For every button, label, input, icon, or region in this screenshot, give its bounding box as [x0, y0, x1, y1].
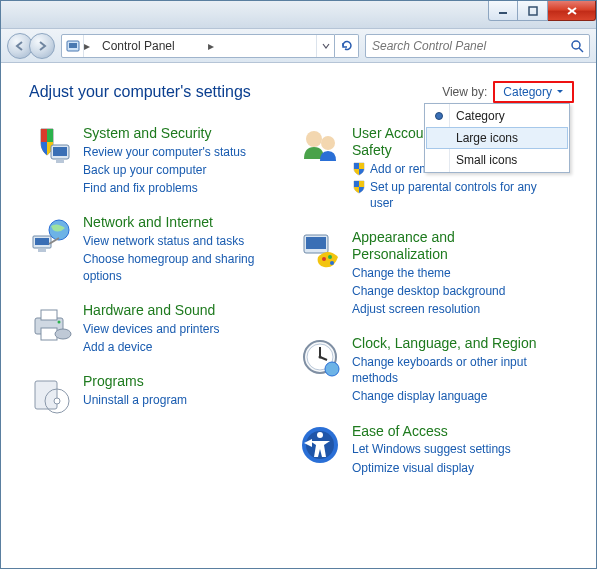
- category-item: Ease of AccessLet Windows suggest settin…: [298, 423, 543, 476]
- category-item: ProgramsUninstall a program: [29, 373, 274, 417]
- category-link-row: Find and fix problems: [83, 180, 246, 196]
- refresh-icon: [340, 39, 354, 53]
- category-link[interactable]: Adjust screen resolution: [352, 301, 480, 317]
- category-link-row: Back up your computer: [83, 162, 246, 178]
- category-link[interactable]: Set up parental controls for any user: [370, 179, 543, 211]
- category-link-row: View devices and printers: [83, 321, 220, 337]
- category-link[interactable]: Change desktop background: [352, 283, 505, 299]
- category-item: Clock, Language, and RegionChange keyboa…: [298, 335, 543, 404]
- category-link[interactable]: Uninstall a program: [83, 392, 187, 408]
- close-icon: [566, 6, 578, 16]
- category-link[interactable]: Add a device: [83, 339, 152, 355]
- nav-buttons-group: [7, 33, 55, 59]
- category-link[interactable]: Change the theme: [352, 265, 451, 281]
- category-body: Network and InternetView network status …: [83, 214, 274, 283]
- category-body: ProgramsUninstall a program: [83, 373, 187, 417]
- viewby-menu-item[interactable]: Small icons: [426, 149, 568, 171]
- titlebar: [1, 1, 596, 29]
- viewby-control: View by: Category: [442, 81, 574, 103]
- maximize-button[interactable]: [518, 1, 548, 21]
- breadcrumb-separator-icon: ▸: [208, 39, 218, 53]
- category-body: Clock, Language, and RegionChange keyboa…: [352, 335, 543, 404]
- user-accounts-icon: [298, 125, 342, 169]
- control-panel-icon: [62, 35, 84, 57]
- minimize-button[interactable]: [488, 1, 518, 21]
- category-item: Appearance and PersonalizationChange the…: [298, 229, 543, 317]
- category-column-left: System and SecurityReview your computer'…: [29, 125, 274, 476]
- viewby-menu[interactable]: CategoryLarge iconsSmall icons: [424, 103, 570, 173]
- category-link[interactable]: Let Windows suggest settings: [352, 441, 511, 457]
- refresh-button[interactable]: [335, 34, 359, 58]
- category-item: Hardware and SoundView devices and print…: [29, 302, 274, 355]
- shield-pc-icon: [29, 125, 73, 169]
- category-item: System and SecurityReview your computer'…: [29, 125, 274, 196]
- category-link-row: Change keyboards or other input methods: [352, 354, 543, 386]
- category-link-row: Optimize visual display: [352, 460, 511, 476]
- category-body: Appearance and PersonalizationChange the…: [352, 229, 543, 317]
- chevron-down-icon: [322, 42, 330, 50]
- category-link-row: View network status and tasks: [83, 233, 274, 249]
- category-link-row: Choose homegroup and sharing options: [83, 251, 274, 283]
- viewby-label: View by:: [442, 85, 487, 99]
- category-title[interactable]: Ease of Access: [352, 423, 511, 440]
- svg-line-7: [579, 48, 583, 52]
- category-title[interactable]: System and Security: [83, 125, 246, 142]
- address-bar[interactable]: ▸ Control Panel ▸: [61, 34, 335, 58]
- search-box[interactable]: [365, 34, 590, 58]
- search-input[interactable]: [366, 39, 565, 53]
- maximize-icon: [528, 6, 538, 16]
- arrow-right-icon: [36, 40, 48, 52]
- clock-region-icon: [298, 335, 342, 379]
- address-bar-group: ▸ Control Panel ▸: [61, 34, 359, 58]
- uac-shield-icon: [352, 162, 366, 176]
- category-link[interactable]: Review your computer's status: [83, 144, 246, 160]
- category-link[interactable]: Choose homegroup and sharing options: [83, 251, 274, 283]
- viewby-menu-item[interactable]: Category: [426, 105, 568, 127]
- category-link-row: Uninstall a program: [83, 392, 187, 408]
- svg-rect-1: [529, 7, 537, 15]
- svg-point-6: [572, 41, 580, 49]
- network-globe-icon: [29, 214, 73, 258]
- category-link[interactable]: Change display language: [352, 388, 487, 404]
- viewby-menu-item[interactable]: Large icons: [426, 127, 568, 149]
- category-link[interactable]: Optimize visual display: [352, 460, 474, 476]
- category-title[interactable]: Network and Internet: [83, 214, 274, 231]
- category-link-row: Review your computer's status: [83, 144, 246, 160]
- category-body: Ease of AccessLet Windows suggest settin…: [352, 423, 511, 476]
- viewby-dropdown[interactable]: Category: [493, 81, 574, 103]
- category-link-row: Add a device: [83, 339, 220, 355]
- program-disc-icon: [29, 373, 73, 417]
- category-link-row: Change display language: [352, 388, 543, 404]
- svg-rect-5: [69, 43, 77, 48]
- category-title[interactable]: Appearance and Personalization: [352, 229, 543, 263]
- breadcrumb-root[interactable]: Control Panel: [94, 39, 208, 53]
- category-link-row: Change desktop background: [352, 283, 543, 299]
- search-icon[interactable]: [565, 39, 589, 53]
- viewby-selected: Category: [503, 85, 552, 99]
- breadcrumb-separator-icon: ▸: [84, 39, 94, 53]
- category-title[interactable]: Clock, Language, and Region: [352, 335, 543, 352]
- category-link-row: Set up parental controls for any user: [352, 179, 543, 211]
- minimize-icon: [498, 6, 508, 16]
- radio-selected-icon: [435, 112, 443, 120]
- navbar: ▸ Control Panel ▸: [1, 29, 596, 63]
- category-link-row: Change the theme: [352, 265, 543, 281]
- categories-grid: System and SecurityReview your computer'…: [29, 125, 574, 476]
- category-column-right: User Accounts and Family SafetyAdd or re…: [298, 125, 543, 476]
- forward-button[interactable]: [29, 33, 55, 59]
- address-history-dropdown[interactable]: [316, 35, 334, 57]
- category-link-row: Adjust screen resolution: [352, 301, 543, 317]
- category-link[interactable]: View network status and tasks: [83, 233, 244, 249]
- svg-rect-0: [499, 12, 507, 14]
- category-link[interactable]: Change keyboards or other input methods: [352, 354, 543, 386]
- category-title[interactable]: Programs: [83, 373, 187, 390]
- content-header: Adjust your computer's settings View by:…: [29, 81, 574, 103]
- category-link[interactable]: Find and fix problems: [83, 180, 198, 196]
- category-link[interactable]: View devices and printers: [83, 321, 220, 337]
- category-link[interactable]: Back up your computer: [83, 162, 206, 178]
- arrow-left-icon: [14, 40, 26, 52]
- chevron-down-icon: [556, 88, 564, 96]
- control-panel-window: ▸ Control Panel ▸ A: [0, 0, 597, 569]
- category-title[interactable]: Hardware and Sound: [83, 302, 220, 319]
- close-button[interactable]: [548, 1, 596, 21]
